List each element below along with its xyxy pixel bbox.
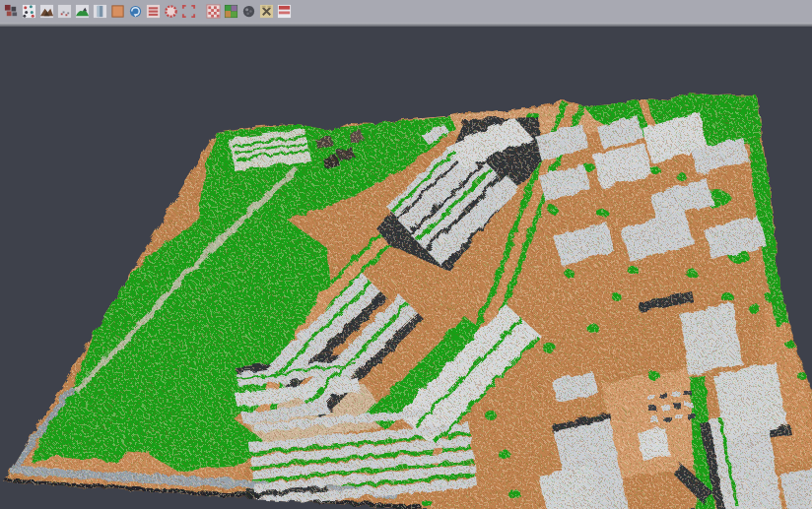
fit-to-view-icon[interactable]	[179, 3, 197, 21]
terrain-brown-icon[interactable]	[37, 3, 55, 21]
circle-select-icon[interactable]	[162, 3, 179, 21]
application-window	[0, 0, 812, 509]
elevation-column-icon[interactable]	[91, 3, 108, 21]
scene-3d[interactable]	[0, 27, 812, 509]
vegetation-terrain-icon[interactable]	[73, 3, 91, 21]
toolbar-separator	[197, 3, 204, 21]
cross-marks-icon[interactable]	[257, 3, 275, 21]
profile-bars-icon[interactable]	[144, 3, 162, 21]
viewport-3d[interactable]	[0, 27, 812, 509]
dark-sphere-icon[interactable]	[239, 3, 257, 21]
layer-stack-icon[interactable]	[275, 3, 293, 21]
toolbar	[0, 0, 812, 23]
classification-palette-icon[interactable]	[222, 3, 239, 21]
classified-pixels-icon[interactable]	[2, 3, 20, 21]
dither-pattern-icon[interactable]	[204, 3, 222, 21]
orange-area-icon[interactable]	[108, 3, 126, 21]
rotate-view-icon[interactable]	[126, 3, 144, 21]
sparse-points-icon[interactable]	[55, 3, 73, 21]
point-class-scatter-icon[interactable]	[20, 3, 37, 21]
